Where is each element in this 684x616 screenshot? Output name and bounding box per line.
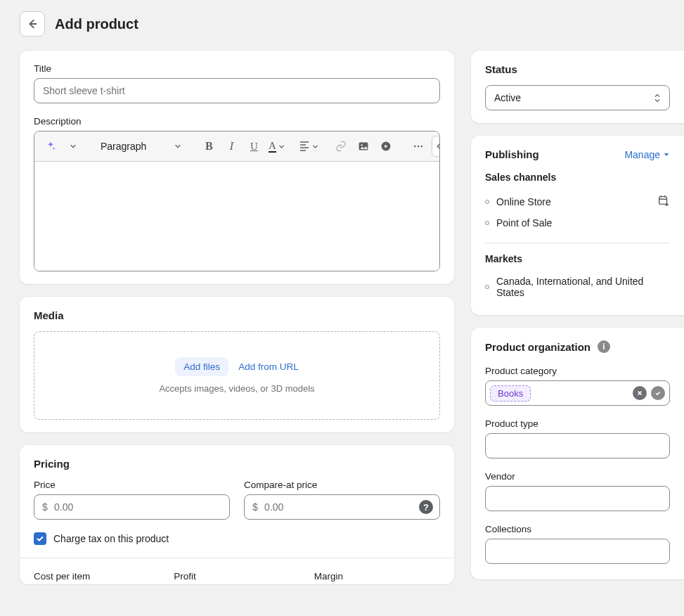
chevron-up-icon — [654, 94, 661, 98]
status-value: Active — [494, 92, 521, 103]
channel-pos: Point of Sale — [485, 213, 670, 233]
vendor-label: Vendor — [485, 471, 670, 482]
svg-point-1 — [361, 144, 363, 146]
organization-card: Product organization i Product category … — [471, 328, 684, 579]
pricing-card: Pricing Price $ Compare-at price — [20, 445, 454, 584]
caret-down-icon — [663, 151, 670, 158]
underline-button[interactable]: U — [243, 136, 264, 157]
type-input[interactable] — [485, 433, 670, 458]
status-card: Status Active — [471, 51, 684, 123]
vendor-input[interactable] — [485, 486, 670, 511]
compare-price-label: Compare-at price — [244, 480, 440, 490]
text-color-button[interactable]: A — [266, 136, 287, 157]
manage-publishing-button[interactable]: Manage — [624, 149, 670, 160]
description-textarea[interactable] — [34, 162, 439, 271]
title-input[interactable] — [34, 78, 440, 103]
align-button[interactable] — [298, 136, 319, 157]
compare-help-icon[interactable]: ? — [419, 500, 433, 514]
page-header: Add product — [20, 11, 671, 37]
video-button[interactable] — [375, 136, 396, 157]
channel-online-store: Online Store — [485, 190, 670, 213]
calendar-add-icon — [657, 194, 670, 207]
rte-toolbar: Paragraph B I U A — [34, 131, 439, 162]
svg-point-4 — [418, 146, 420, 148]
status-heading: Status — [485, 63, 670, 75]
bold-button[interactable]: B — [198, 136, 219, 157]
svg-rect-0 — [359, 142, 368, 150]
add-from-url-button[interactable]: Add from URL — [238, 361, 299, 372]
ai-assist-dropdown[interactable] — [63, 136, 84, 157]
title-label: Title — [34, 63, 440, 74]
media-heading: Media — [34, 309, 440, 321]
category-chip[interactable]: Books — [490, 385, 531, 402]
schedule-button[interactable] — [657, 194, 670, 209]
arrow-left-icon — [26, 18, 39, 30]
play-circle-icon — [380, 141, 392, 152]
status-select[interactable]: Active — [485, 85, 670, 110]
page-title: Add product — [55, 16, 138, 32]
clear-category-button[interactable] — [633, 386, 647, 400]
italic-button[interactable]: I — [221, 136, 242, 157]
add-files-button[interactable]: Add files — [175, 357, 228, 376]
image-icon — [358, 141, 369, 152]
bullet-icon — [485, 221, 489, 225]
cost-per-item-label: Cost per item — [34, 571, 160, 582]
category-input[interactable]: Books — [485, 380, 670, 406]
compare-price-input[interactable] — [244, 494, 440, 520]
manage-label: Manage — [624, 149, 660, 160]
bullet-icon — [485, 200, 489, 204]
margin-label: Margin — [314, 571, 440, 582]
media-subtext: Accepts images, videos, or 3D models — [43, 383, 431, 394]
currency-prefix: $ — [42, 494, 48, 520]
ellipsis-icon — [413, 141, 424, 152]
type-label: Product type — [485, 418, 670, 429]
category-label: Product category — [485, 366, 670, 376]
collections-label: Collections — [485, 524, 670, 534]
chevron-down-icon — [174, 143, 181, 150]
price-input[interactable] — [34, 494, 230, 520]
profit-label: Profit — [174, 571, 299, 582]
back-button[interactable] — [20, 11, 45, 37]
bullet-icon — [485, 285, 489, 289]
image-button[interactable] — [353, 136, 374, 157]
currency-prefix: $ — [252, 494, 258, 520]
link-icon — [335, 141, 347, 152]
code-icon — [436, 141, 440, 152]
charge-tax-label: Charge tax on this product — [53, 533, 169, 544]
chevron-down-icon — [312, 143, 318, 150]
organization-heading: Product organization — [485, 341, 591, 353]
markets-value: Canada, International, and United States — [496, 276, 670, 298]
svg-point-5 — [421, 146, 423, 148]
channel-label: Point of Sale — [496, 217, 552, 229]
check-icon — [36, 534, 44, 543]
chevron-down-icon — [70, 143, 77, 150]
markets-heading: Markets — [485, 253, 670, 264]
chevron-down-icon — [654, 98, 661, 103]
pricing-heading: Pricing — [34, 458, 440, 470]
publishing-card: Publishing Manage Sales channels Online … — [471, 136, 684, 315]
media-card: Media Add files Add from URL Accepts ima… — [20, 297, 454, 432]
link-button[interactable] — [330, 136, 351, 157]
paragraph-style-label: Paragraph — [101, 141, 146, 152]
source-code-button[interactable] — [432, 136, 440, 157]
sparkle-icon — [45, 141, 56, 152]
svg-rect-6 — [659, 197, 667, 205]
description-editor: Paragraph B I U A — [34, 131, 440, 271]
collections-input[interactable] — [485, 539, 670, 564]
paragraph-style-select[interactable]: Paragraph — [95, 136, 187, 157]
publishing-heading: Publishing — [485, 148, 539, 160]
markets-item: Canada, International, and United States — [485, 271, 670, 302]
align-left-icon — [299, 141, 310, 152]
divider — [485, 243, 670, 243]
check-icon — [654, 390, 662, 397]
confirm-category-button[interactable] — [651, 386, 665, 400]
ai-assist-button[interactable] — [40, 136, 61, 157]
price-label: Price — [34, 480, 230, 490]
info-icon[interactable]: i — [598, 340, 610, 353]
charge-tax-checkbox[interactable] — [34, 532, 46, 545]
more-button[interactable] — [408, 136, 429, 157]
svg-point-3 — [414, 146, 416, 148]
x-icon — [636, 390, 643, 397]
media-dropzone[interactable]: Add files Add from URL Accepts images, v… — [34, 331, 440, 420]
chevron-down-icon — [278, 143, 285, 150]
